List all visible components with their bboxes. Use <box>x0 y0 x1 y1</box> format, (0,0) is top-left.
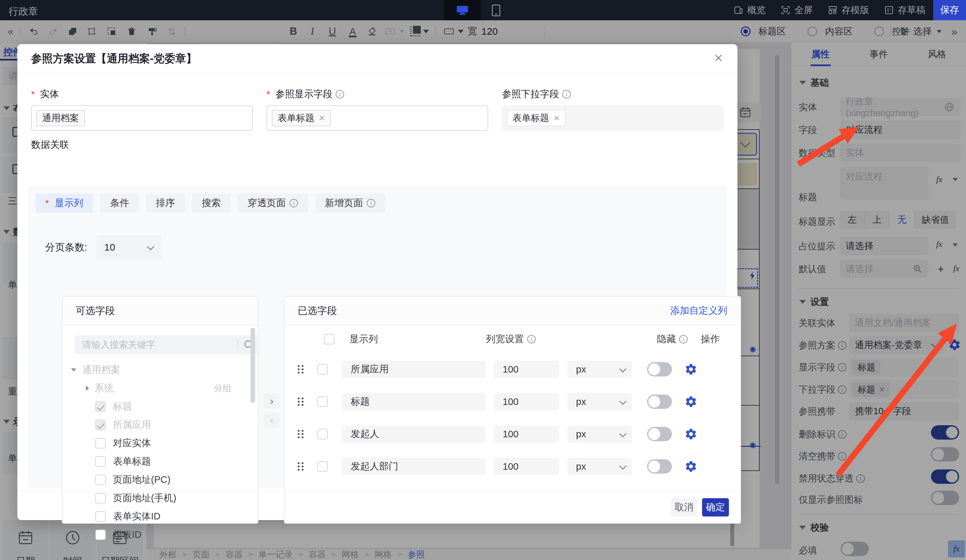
row-unit-select[interactable]: px <box>567 458 632 475</box>
entity-tag: 通用档案 <box>36 110 85 126</box>
tree-item[interactable]: 所属应用 <box>62 416 258 434</box>
page-size-label: 分页条数: <box>45 241 87 254</box>
row-gear-icon[interactable] <box>684 427 698 440</box>
dropdown-field-tag: 表单标题× <box>507 110 565 126</box>
tree-item[interactable]: 页面地址(PC) <box>62 471 258 489</box>
row-width-input[interactable]: 100 <box>494 426 559 442</box>
drag-handle[interactable] <box>298 430 304 438</box>
row-checkbox[interactable] <box>317 396 328 407</box>
row-width-input[interactable]: 100 <box>494 458 559 475</box>
monitor-icon <box>457 6 468 15</box>
row-gear-icon[interactable] <box>684 460 698 473</box>
device-desktop-button[interactable] <box>444 0 481 20</box>
tree-item[interactable]: 表单实体ID <box>62 508 258 526</box>
row-unit-select[interactable]: px <box>567 393 632 410</box>
tab-display-columns[interactable]: *显示列 <box>35 194 93 213</box>
display-field-label: *参照显示字段i <box>266 88 344 101</box>
tree-item[interactable]: 对应实体 <box>62 434 258 452</box>
available-title: 可选字段 <box>76 304 115 318</box>
tree-group-badge: 分组 <box>214 382 232 394</box>
display-field-tag: 表单标题× <box>272 110 331 126</box>
entity-field-input[interactable]: 通用档案 <box>31 105 253 131</box>
save-template-button[interactable]: 存模版 <box>828 4 869 16</box>
row-unit-select[interactable]: px <box>567 361 632 378</box>
tab-sort[interactable]: 排序 <box>146 194 185 213</box>
tree-item[interactable]: 页面地址(手机) <box>62 489 258 508</box>
fullscreen-button[interactable]: 全屏 <box>781 4 813 16</box>
row-hide-toggle[interactable] <box>647 427 672 441</box>
tree-group-row[interactable]: 系统 分组 <box>62 379 258 398</box>
row-name-input[interactable]: 所属应用 <box>342 361 486 378</box>
row-width-input[interactable]: 100 <box>494 361 559 378</box>
tree-item-label: 页面地址(手机) <box>113 492 176 505</box>
topbar-actions: 概览 全屏 存模版 存草稿 <box>733 0 925 20</box>
dropdown-field-input: 表单标题× <box>502 105 724 131</box>
page-size-row: 分页条数: 10 <box>45 235 161 259</box>
data-link-label: 数据关联 <box>31 138 69 151</box>
fields-tree: 通用档案 系统 分组 标题 所属应用 对应实体 <box>62 361 258 544</box>
table-row: 标题 100 px <box>298 393 698 410</box>
row-name-input[interactable]: 发起人部门 <box>342 458 486 475</box>
save-button[interactable]: 保存 <box>933 0 966 20</box>
tab-conditions[interactable]: 条件 <box>100 194 139 213</box>
tag-close-icon[interactable]: × <box>319 113 325 124</box>
overview-button[interactable]: 概览 <box>733 4 766 16</box>
tab-drill-page[interactable]: 穿透页面i <box>238 194 308 213</box>
drag-handle[interactable] <box>298 398 304 406</box>
add-custom-column-link[interactable]: 添加自定义列 <box>670 304 727 317</box>
tree-group-label: 系统 <box>95 382 113 395</box>
row-name-input[interactable]: 发起人 <box>342 426 486 442</box>
row-unit-select[interactable]: px <box>567 426 632 442</box>
drag-handle[interactable] <box>298 462 304 471</box>
tree-item[interactable]: 表单标题 <box>62 452 258 471</box>
tree-root-row[interactable]: 通用档案 <box>62 361 258 379</box>
row-checkbox[interactable] <box>317 429 328 439</box>
search-icon[interactable] <box>238 339 260 350</box>
available-search-input[interactable]: 请输入搜索关键字 <box>75 335 260 354</box>
tree-item-label: 页面地址(PC) <box>113 473 171 486</box>
entity-field-label: *实体 <box>31 88 59 101</box>
row-width-input[interactable]: 100 <box>494 393 559 410</box>
width-header: 列宽设置i <box>486 332 536 346</box>
page-size-value: 10 <box>104 242 115 253</box>
overview-label: 概览 <box>747 4 766 16</box>
page-size-select[interactable]: 10 <box>96 235 161 259</box>
table-row: 发起人部门 100 px <box>298 458 698 475</box>
save-template-label: 存模版 <box>841 4 869 16</box>
row-checkbox[interactable] <box>317 364 328 375</box>
save-draft-button[interactable]: 存草稿 <box>884 4 925 16</box>
action-header: 操作 <box>701 332 720 346</box>
available-fields-panel: 可选字段 请输入搜索关键字 通用档案 系统 <box>62 296 258 524</box>
row-gear-icon[interactable] <box>684 395 698 408</box>
row-hide-toggle[interactable] <box>647 459 672 474</box>
row-hide-toggle[interactable] <box>647 395 672 409</box>
row-checkbox[interactable] <box>317 461 328 472</box>
modal-title: 参照方案设置【通用档案-党委章】 <box>31 51 197 66</box>
tree-item-label: 模板ID <box>113 528 141 541</box>
device-mobile-button[interactable] <box>492 5 500 16</box>
available-search-placeholder: 请输入搜索关键字 <box>75 339 237 351</box>
tree-item[interactable]: 标题 <box>62 398 258 416</box>
transfer-buttons: › ‹ <box>264 393 280 428</box>
move-left-button[interactable]: ‹ <box>264 412 280 428</box>
fullscreen-icon <box>781 5 790 15</box>
tab-search[interactable]: 搜索 <box>192 194 230 213</box>
close-icon[interactable]: × <box>712 52 725 65</box>
tree-item-label: 表单标题 <box>113 455 151 468</box>
drag-handle[interactable] <box>298 365 304 373</box>
cancel-button[interactable]: 取消 <box>671 498 697 516</box>
row-hide-toggle[interactable] <box>647 362 672 377</box>
row-name-input[interactable]: 标题 <box>342 393 486 410</box>
move-right-button[interactable]: › <box>264 393 280 409</box>
ok-button[interactable]: 确定 <box>702 498 729 516</box>
tab-card: *显示列 条件 排序 搜索 穿透页面i 新增页面i 分页条数: 10 可选字段 … <box>28 185 727 488</box>
row-gear-icon[interactable] <box>684 363 698 376</box>
selected-fields-panel: 已选字段 添加自定义列 显示列 列宽设置i 隐藏i 操作 所属应用 100 px <box>284 296 741 524</box>
table-header: 显示列 列宽设置i 隐藏i 操作 <box>324 332 720 346</box>
display-field-input[interactable]: 表单标题× <box>266 105 488 131</box>
tab-new-page[interactable]: 新增页面i <box>315 194 385 213</box>
table-row: 所属应用 100 px <box>298 361 698 378</box>
tag-close-icon[interactable]: × <box>554 113 560 124</box>
select-all-checkbox[interactable] <box>324 334 334 344</box>
tree-item[interactable]: 模板ID <box>62 526 258 544</box>
